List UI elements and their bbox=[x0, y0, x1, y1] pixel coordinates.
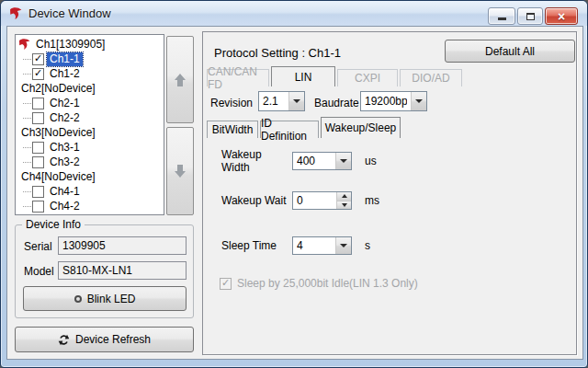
move-down-button[interactable] bbox=[166, 127, 194, 215]
tree-item-label: Ch2-2 bbox=[47, 111, 83, 125]
wakeup-wait-row: Wakeup Wait ms bbox=[221, 190, 379, 211]
tree-item-ch4-1[interactable]: ✓ Ch4-1 bbox=[16, 184, 164, 199]
revision-label: Revision bbox=[210, 97, 253, 109]
minimize-button[interactable] bbox=[488, 7, 515, 25]
unit-label: ms bbox=[365, 194, 379, 207]
tree-item-label: Ch4-2 bbox=[47, 200, 83, 213]
tree-item-label: Ch1-2 bbox=[47, 67, 83, 81]
checkbox-ch3-1[interactable]: ✓ bbox=[32, 142, 44, 154]
arrow-up-icon bbox=[175, 74, 186, 86]
maximize-icon bbox=[526, 13, 535, 20]
sleep-time-combobox[interactable] bbox=[292, 236, 352, 255]
led-circle-icon bbox=[74, 295, 82, 303]
tree-item-ch1-1[interactable]: ✓ Ch1-1 bbox=[16, 52, 164, 66]
spin-down-button[interactable] bbox=[337, 201, 351, 210]
tree-item-ch4-2[interactable]: ✓ Ch4-2 bbox=[16, 199, 164, 213]
group-title: Device Info bbox=[22, 218, 85, 231]
wakeup-width-combobox[interactable] bbox=[292, 152, 352, 170]
default-all-button[interactable]: Default All bbox=[445, 40, 575, 63]
tab-label: LIN bbox=[295, 71, 312, 84]
blink-led-button[interactable]: Blink LED bbox=[23, 286, 187, 311]
sleep-idle-row: ✓ Sleep by 25,000bit Idle(LIN 1.3 Only) bbox=[220, 277, 418, 290]
sleep-time-label: Sleep Time bbox=[221, 239, 292, 252]
chevron-down-icon bbox=[342, 203, 347, 207]
checkbox-ch1-2[interactable]: ✓ bbox=[32, 68, 44, 80]
tab-label: ID Definition bbox=[261, 117, 318, 143]
unit-label: us bbox=[365, 155, 377, 167]
tree-connector bbox=[23, 103, 31, 104]
tree-connector bbox=[23, 74, 31, 75]
unit-label: s bbox=[365, 239, 370, 252]
checkbox-ch2-2[interactable]: ✓ bbox=[32, 112, 44, 124]
tree-connector bbox=[23, 206, 31, 207]
chevron-down-icon bbox=[415, 99, 423, 103]
spin-up-button[interactable] bbox=[337, 192, 351, 201]
wakeup-width-dropdown-button[interactable] bbox=[335, 153, 351, 169]
tree-item-label: Ch3-2 bbox=[47, 155, 83, 169]
close-icon: × bbox=[558, 10, 565, 23]
tree-item-label: Ch3-1 bbox=[47, 141, 83, 155]
checkbox-ch4-2[interactable]: ✓ bbox=[32, 201, 44, 213]
tree-item-label: Ch2[NoDevice] bbox=[18, 82, 98, 96]
wakeup-wait-value[interactable] bbox=[293, 192, 336, 209]
device-refresh-label: Device Refresh bbox=[75, 333, 151, 346]
checkbox-ch4-1[interactable]: ✓ bbox=[32, 186, 44, 198]
move-up-button[interactable] bbox=[166, 36, 194, 123]
tab-label: DIO/AD bbox=[412, 72, 449, 85]
revision-dropdown-button[interactable] bbox=[288, 92, 304, 110]
refresh-icon bbox=[58, 334, 70, 346]
checkbox-ch1-1[interactable]: ✓ bbox=[32, 53, 44, 65]
model-field[interactable] bbox=[58, 261, 187, 280]
maximize-button[interactable] bbox=[517, 7, 543, 25]
baudrate-dropdown-button[interactable] bbox=[411, 92, 426, 110]
sleep-time-value[interactable] bbox=[293, 237, 335, 254]
tree-item-label: Ch3[NoDevice] bbox=[18, 126, 98, 140]
tab-wakeup-sleep[interactable]: Wakeup/Sleep bbox=[321, 117, 401, 138]
tree-item-ch1[interactable]: Ch1[1309905] bbox=[16, 37, 164, 52]
tree-item-ch3[interactable]: Ch3[NoDevice] bbox=[16, 125, 164, 140]
baudrate-label: Baudrate bbox=[314, 97, 359, 109]
tree-connector bbox=[23, 162, 31, 163]
title-bar[interactable]: Device Window × bbox=[1, 1, 587, 26]
wakeup-wait-spinner[interactable] bbox=[292, 191, 352, 210]
tab-label: BitWidth bbox=[212, 123, 254, 136]
tab-cxpi: CXPI bbox=[337, 69, 398, 86]
tab-dio-ad: DIO/AD bbox=[400, 69, 462, 86]
tree-item-label: Ch1[1309905] bbox=[33, 38, 107, 52]
sleep-idle-checkbox: ✓ bbox=[220, 278, 232, 290]
tab-label: CAN/CAN FD bbox=[208, 65, 268, 91]
chevron-down-icon bbox=[340, 244, 347, 247]
tree-item-ch2-1[interactable]: ✓ Ch2-1 bbox=[16, 96, 164, 110]
protocol-panel: Protocol Setting : Ch1-1 Default All CAN… bbox=[202, 31, 577, 355]
close-button[interactable]: × bbox=[545, 7, 578, 25]
tab-id-definition[interactable]: ID Definition bbox=[260, 121, 319, 138]
revision-combobox[interactable] bbox=[258, 91, 305, 111]
device-refresh-button[interactable]: Device Refresh bbox=[15, 327, 194, 352]
tree-item-ch2-2[interactable]: ✓ Ch2-2 bbox=[16, 110, 164, 125]
model-label: Model bbox=[24, 265, 54, 278]
protocol-setting-header: Protocol Setting : Ch1-1 bbox=[214, 46, 341, 60]
arrow-down-icon bbox=[175, 165, 186, 178]
tab-lin[interactable]: LIN bbox=[271, 66, 335, 86]
tree-connector bbox=[23, 147, 31, 148]
tree-item-ch3-1[interactable]: ✓ Ch3-1 bbox=[16, 140, 164, 155]
chevron-up-icon bbox=[342, 194, 347, 198]
minimize-icon bbox=[498, 17, 506, 20]
checkbox-ch2-1[interactable]: ✓ bbox=[32, 98, 44, 109]
blink-led-label: Blink LED bbox=[87, 293, 136, 305]
baudrate-combobox[interactable] bbox=[360, 91, 427, 111]
tree-item-ch4[interactable]: Ch4[NoDevice] bbox=[16, 169, 164, 184]
tree-item-ch3-2[interactable]: ✓ Ch3-2 bbox=[16, 155, 164, 169]
revision-value[interactable] bbox=[259, 92, 288, 110]
tree-item-label: Ch1-1 bbox=[47, 52, 83, 66]
sleep-time-dropdown-button[interactable] bbox=[335, 237, 351, 254]
chevron-down-icon bbox=[340, 159, 347, 163]
baudrate-value[interactable] bbox=[361, 92, 411, 110]
sleep-time-row: Sleep Time s bbox=[221, 236, 370, 256]
tab-bitwidth[interactable]: BitWidth bbox=[207, 121, 258, 138]
checkbox-ch3-2[interactable]: ✓ bbox=[32, 156, 44, 168]
wakeup-width-value[interactable] bbox=[293, 153, 335, 169]
serial-field[interactable] bbox=[58, 236, 187, 255]
tree-item-ch2[interactable]: Ch2[NoDevice] bbox=[16, 81, 164, 96]
tree-item-ch1-2[interactable]: ✓ Ch1-2 bbox=[16, 66, 164, 81]
